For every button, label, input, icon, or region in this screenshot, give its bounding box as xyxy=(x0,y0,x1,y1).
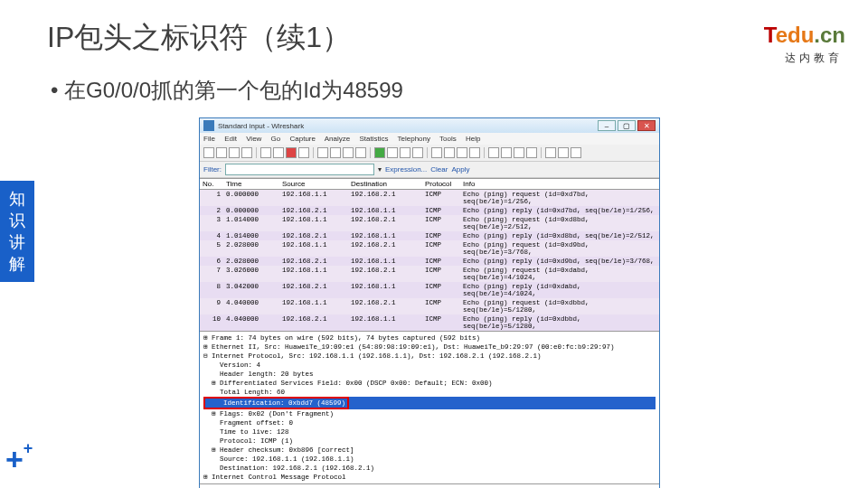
brand-edu: edu xyxy=(776,23,815,47)
menu-bar: File Edit View Go Capture Analyze Statis… xyxy=(200,133,659,145)
toolbar-icon[interactable] xyxy=(469,147,480,158)
brand-cn: .cn xyxy=(814,23,845,47)
detail-line: Version: 4 xyxy=(203,361,656,370)
menu-capture[interactable]: Capture xyxy=(290,135,316,143)
detail-line[interactable]: ⊞ Frame 1: 74 bytes on wire (592 bits), … xyxy=(203,333,656,343)
menu-file[interactable]: File xyxy=(203,135,215,143)
brand-subtitle: 达内教育 xyxy=(785,51,843,66)
detail-identification-selected[interactable]: Identification: 0xbdd7 (48599) xyxy=(203,397,656,409)
detail-line: Fragment offset: 0 xyxy=(203,418,656,427)
menu-edit[interactable]: Edit xyxy=(224,135,237,143)
detail-line: Header length: 20 bytes xyxy=(203,370,656,379)
brand-t: T xyxy=(764,23,776,47)
col-destination[interactable]: Destination xyxy=(348,179,422,189)
detail-line: Total Length: 60 xyxy=(203,388,656,397)
detail-line: Destination: 192.168.2.1 (192.168.2.1) xyxy=(203,464,656,473)
menu-help[interactable]: Help xyxy=(466,135,480,143)
toolbar-icon[interactable] xyxy=(216,147,227,158)
toolbar-icon[interactable] xyxy=(298,147,309,158)
toolbar-icon[interactable] xyxy=(317,147,328,158)
packet-row[interactable]: 10.000000192.168.1.1192.168.2.1ICMPEcho … xyxy=(200,190,659,206)
menu-telephony[interactable]: Telephony xyxy=(398,135,430,143)
col-no[interactable]: No. xyxy=(200,179,223,189)
toolbar-icon[interactable] xyxy=(273,147,284,158)
toolbar-icon[interactable] xyxy=(571,147,581,158)
toolbar-icon[interactable] xyxy=(203,147,214,158)
expression-button[interactable]: Expression... xyxy=(385,165,427,174)
detail-line: Time to live: 128 xyxy=(203,427,656,436)
col-info[interactable]: Info xyxy=(460,179,659,189)
menu-analyze[interactable]: Analyze xyxy=(325,135,350,143)
filter-input[interactable] xyxy=(225,164,374,175)
decor-plus-icon: ++ xyxy=(5,442,33,477)
toolbar-icon[interactable] xyxy=(330,147,341,158)
menu-go[interactable]: Go xyxy=(271,135,281,143)
toolbar xyxy=(200,145,659,162)
col-protocol[interactable]: Protocol xyxy=(422,179,460,189)
menu-view[interactable]: View xyxy=(246,135,261,143)
packet-row[interactable]: 41.014000192.168.2.1192.168.1.1ICMPEcho … xyxy=(200,231,659,240)
wireshark-window: Standard input - Wireshark – ▢ ✕ File Ed… xyxy=(199,117,660,488)
toolbar-icon[interactable] xyxy=(514,147,524,158)
bullet-text: 在G0/0/0抓的第一个包的Id为48599 xyxy=(51,76,403,105)
toolbar-icon[interactable] xyxy=(400,147,410,158)
toolbar-icon[interactable] xyxy=(545,147,556,158)
detail-line: Source: 192.168.1.1 (192.168.1.1) xyxy=(203,455,656,464)
packet-row[interactable]: 20.000000192.168.2.1192.168.1.1ICMPEcho … xyxy=(200,206,659,215)
toolbar-icon[interactable] xyxy=(457,147,467,158)
toolbar-icon[interactable] xyxy=(260,147,271,158)
go-icon[interactable] xyxy=(374,147,385,158)
window-titlebar[interactable]: Standard input - Wireshark – ▢ ✕ xyxy=(200,118,659,133)
packet-list[interactable]: 10.000000192.168.1.1192.168.2.1ICMPEcho … xyxy=(200,190,659,331)
filter-label: Filter: xyxy=(203,165,222,174)
highlight-box: Identification: 0xbdd7 (48599) xyxy=(203,397,349,409)
toolbar-icon[interactable] xyxy=(431,147,442,158)
brand-logo: Tedu.cn xyxy=(764,23,845,48)
packet-row[interactable]: 94.040000192.168.1.1192.168.2.1ICMPEcho … xyxy=(200,298,659,314)
menu-statistics[interactable]: Statistics xyxy=(359,135,388,143)
page-title: IP包头之标识符（续1） xyxy=(47,18,351,58)
packet-detail-pane[interactable]: ⊞ Frame 1: 74 bytes on wire (592 bits), … xyxy=(200,331,659,483)
wireshark-icon xyxy=(203,120,214,131)
packet-row[interactable]: 83.042000192.168.2.1192.168.1.1ICMPEcho … xyxy=(200,282,659,298)
packet-row[interactable]: 31.014000192.168.1.1192.168.2.1ICMPEcho … xyxy=(200,215,659,231)
toolbar-icon[interactable] xyxy=(526,147,537,158)
close-button[interactable]: ✕ xyxy=(637,120,656,131)
toolbar-icon[interactable] xyxy=(241,147,252,158)
detail-line[interactable]: ⊞ Internet Control Message Protocol xyxy=(203,473,656,482)
packet-row[interactable]: 73.026000192.168.1.1192.168.2.1ICMPEcho … xyxy=(200,266,659,282)
toolbar-icon[interactable] xyxy=(558,147,569,158)
packet-list-header: No. Time Source Destination Protocol Inf… xyxy=(200,178,659,190)
menu-tools[interactable]: Tools xyxy=(439,135,457,143)
maximize-button[interactable]: ▢ xyxy=(618,120,636,131)
col-source[interactable]: Source xyxy=(279,179,348,189)
toolbar-icon[interactable] xyxy=(488,147,499,158)
clear-button[interactable]: Clear xyxy=(430,165,448,174)
toolbar-icon[interactable] xyxy=(444,147,455,158)
window-title: Standard input - Wireshark xyxy=(218,122,304,130)
toolbar-icon[interactable] xyxy=(387,147,398,158)
detail-line[interactable]: ⊟ Internet Protocol, Src: 192.168.1.1 (1… xyxy=(203,352,656,361)
detail-line[interactable]: ⊞ Header checksum: 0xb896 [correct] xyxy=(203,446,656,455)
filter-bar: Filter: ▾ Expression... Clear Apply xyxy=(200,162,659,178)
detail-line[interactable]: ⊞ Flags: 0x02 (Don't Fragment) xyxy=(203,409,656,418)
toolbar-icon[interactable] xyxy=(229,147,240,158)
packet-row[interactable]: 52.028000192.168.1.1192.168.2.1ICMPEcho … xyxy=(200,240,659,257)
toolbar-icon[interactable] xyxy=(343,147,354,158)
detail-line[interactable]: ⊞ Differentiated Services Field: 0x00 (D… xyxy=(203,379,656,388)
apply-button[interactable]: Apply xyxy=(451,165,469,174)
hex-pane[interactable]: 0010 00 3c bd d7 40 00 80 01 b8 96 c0 a8… xyxy=(200,483,659,488)
detail-line[interactable]: ⊞ Ethernet II, Src: HuaweiTe_19:09:e1 (5… xyxy=(203,343,656,352)
minimize-button[interactable]: – xyxy=(598,120,616,131)
col-time[interactable]: Time xyxy=(223,179,279,189)
detail-line: Protocol: ICMP (1) xyxy=(203,436,656,446)
toolbar-icon[interactable] xyxy=(412,147,423,158)
toolbar-icon[interactable] xyxy=(355,147,366,158)
packet-row[interactable]: 62.028000192.168.2.1192.168.1.1ICMPEcho … xyxy=(200,257,659,266)
sidebar-label: 知识讲解 xyxy=(0,181,34,282)
stop-icon[interactable] xyxy=(286,147,297,158)
packet-row[interactable]: 104.040000192.168.2.1192.168.1.1ICMPEcho… xyxy=(200,314,659,331)
toolbar-icon[interactable] xyxy=(501,147,512,158)
